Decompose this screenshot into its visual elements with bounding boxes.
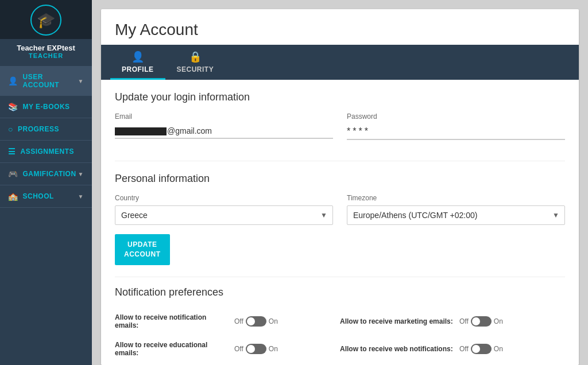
main-container: My Account 👤 PROFILE 🔒 SECURITY Update y…: [92, 0, 588, 365]
sidebar-item-progress[interactable]: ○ PROGRESS: [0, 118, 92, 141]
sidebar-item-label-school: SCHOOL: [23, 192, 54, 200]
assignments-icon: ☰: [8, 147, 16, 156]
toggle-thumb-2: [472, 317, 480, 325]
web-notifications-off-label: Off: [459, 345, 469, 353]
content-area: My Account 👤 PROFILE 🔒 SECURITY Update y…: [92, 0, 588, 365]
login-section-title: Update your login information: [115, 91, 565, 103]
tab-profile-label: PROFILE: [122, 65, 154, 73]
notification-grid: Allow to receive notification emails: Of…: [115, 308, 565, 365]
marketing-emails-off-label: Off: [459, 317, 469, 325]
web-notifications-on-label: On: [494, 345, 503, 353]
page-title: My Account: [101, 9, 579, 45]
user-account-icon: 👤: [8, 76, 18, 86]
email-group: Email @gmail.com: [115, 112, 333, 140]
sidebar-username: Teacher EXPtest: [0, 44, 92, 52]
email-label: Email: [115, 112, 333, 121]
logo-icon: 🎓: [37, 11, 55, 29]
country-select[interactable]: Greece: [115, 205, 333, 225]
educational-emails-label: Allow to receive educational emails:: [115, 341, 230, 357]
web-notifications-toggle-group: Off On: [459, 344, 503, 354]
security-tab-icon: 🔒: [189, 51, 202, 63]
email-redacted: [115, 127, 167, 135]
country-timezone-row: Country Greece ▼ Timezone Europe/Ath: [115, 194, 565, 225]
sidebar-item-gamification[interactable]: 🎮 GAMIFICATION ▼: [0, 163, 92, 185]
sidebar-nav: 👤 USER ACCOUNT ▼ 📚 MY E-BOOKS ○ PROGRESS…: [0, 67, 92, 365]
chevron-down-icon-gamification: ▼: [78, 171, 84, 177]
sidebar-item-label-progress: PROGRESS: [18, 125, 59, 133]
web-notifications-label: Allow to receive web notifications:: [340, 345, 455, 353]
notification-section: Notification preferences Allow to receiv…: [101, 277, 579, 365]
toggle-thumb-4: [472, 345, 480, 353]
notification-item-educational: Allow to receive educational emails: Off…: [115, 335, 340, 363]
country-group: Country Greece ▼: [115, 194, 333, 225]
educational-emails-toggle[interactable]: [246, 344, 266, 354]
login-info-section: Update your login information Email @gma…: [101, 80, 579, 161]
marketing-emails-toggle-group: Off On: [459, 316, 503, 327]
sidebar-logo: 🎓: [0, 0, 92, 39]
notification-title: Notification preferences: [115, 286, 565, 298]
educational-emails-toggle-group: Off On: [234, 344, 278, 354]
sidebar-item-assignments[interactable]: ☰ ASSIGNMENTS: [0, 141, 92, 163]
email-password-row: Email @gmail.com Password ****: [115, 112, 565, 140]
web-notifications-toggle[interactable]: [471, 344, 492, 354]
profile-tab-icon: 👤: [131, 51, 145, 63]
tab-profile[interactable]: 👤 PROFILE: [110, 45, 165, 80]
tab-security[interactable]: 🔒 SECURITY: [165, 45, 226, 80]
timezone-label: Timezone: [347, 194, 565, 202]
sidebar-item-user-account[interactable]: 👤 USER ACCOUNT ▼: [0, 67, 92, 96]
sidebar-role: TEACHER: [0, 52, 92, 59]
sidebar-item-label-ebooks: MY E-BOOKS: [23, 103, 70, 111]
page-card: My Account 👤 PROFILE 🔒 SECURITY Update y…: [101, 9, 579, 365]
notification-emails-label: Allow to receive notification emails:: [115, 313, 230, 329]
email-suffix: @gmail.com: [167, 126, 212, 135]
notification-item-marketing: Allow to receive marketing emails: Off O…: [340, 308, 565, 335]
password-field: ****: [347, 124, 565, 140]
notification-item-emails: Allow to receive notification emails: Of…: [115, 308, 340, 335]
sidebar-user: Teacher EXPtest TEACHER: [0, 39, 92, 67]
notification-emails-on-label: On: [269, 317, 278, 325]
notification-emails-toggle-group: Off On: [234, 316, 278, 327]
sidebar-item-label-assignments: ASSIGNMENTS: [21, 147, 75, 156]
sidebar-item-label-user-account: USER ACCOUNT: [23, 73, 78, 89]
notification-emails-off-label: Off: [234, 317, 243, 325]
chevron-down-icon: ▼: [78, 78, 84, 84]
notification-emails-toggle[interactable]: [246, 316, 266, 327]
chevron-down-icon-school: ▼: [78, 193, 84, 200]
update-account-button[interactable]: UPDATE ACCOUNT: [115, 234, 170, 265]
timezone-select[interactable]: Europe/Athens (UTC/GMT +02:00): [347, 205, 565, 225]
notification-item-web: Allow to receive web notifications: Off …: [340, 335, 565, 363]
country-label: Country: [115, 194, 333, 202]
educational-emails-off-label: Off: [234, 345, 243, 353]
country-select-wrapper: Greece ▼: [115, 205, 333, 225]
sidebar-item-my-ebooks[interactable]: 📚 MY E-BOOKS: [0, 96, 92, 118]
ebooks-icon: 📚: [8, 102, 18, 111]
toggle-thumb-3: [247, 345, 255, 353]
personal-info-section: Personal information Country Greece ▼ Ti…: [101, 161, 579, 277]
gamification-icon: 🎮: [8, 169, 18, 178]
logo-circle: 🎓: [30, 5, 61, 36]
school-icon: 🏫: [8, 192, 18, 201]
tabs-bar: 👤 PROFILE 🔒 SECURITY: [101, 45, 579, 80]
progress-icon: ○: [8, 125, 13, 134]
timezone-select-wrapper: Europe/Athens (UTC/GMT +02:00) ▼: [347, 205, 565, 225]
educational-emails-on-label: On: [269, 345, 278, 353]
tab-security-label: SECURITY: [177, 65, 214, 73]
marketing-emails-toggle[interactable]: [471, 316, 492, 327]
timezone-group: Timezone Europe/Athens (UTC/GMT +02:00) …: [347, 194, 565, 225]
marketing-emails-label: Allow to receive marketing emails:: [340, 317, 455, 325]
marketing-emails-on-label: On: [494, 317, 503, 325]
sidebar: 🎓 Teacher EXPtest TEACHER 👤 USER ACCOUNT…: [0, 0, 92, 365]
notification-item-mobile: Allow to receive mobile notifications: O…: [115, 363, 340, 365]
password-group: Password ****: [347, 112, 565, 140]
sidebar-item-label-gamification: GAMIFICATION: [23, 170, 76, 178]
sidebar-item-school[interactable]: 🏫 SCHOOL ▼: [0, 185, 92, 208]
personal-section-title: Personal information: [115, 173, 565, 185]
toggle-thumb: [247, 317, 255, 325]
password-label: Password: [347, 112, 565, 121]
